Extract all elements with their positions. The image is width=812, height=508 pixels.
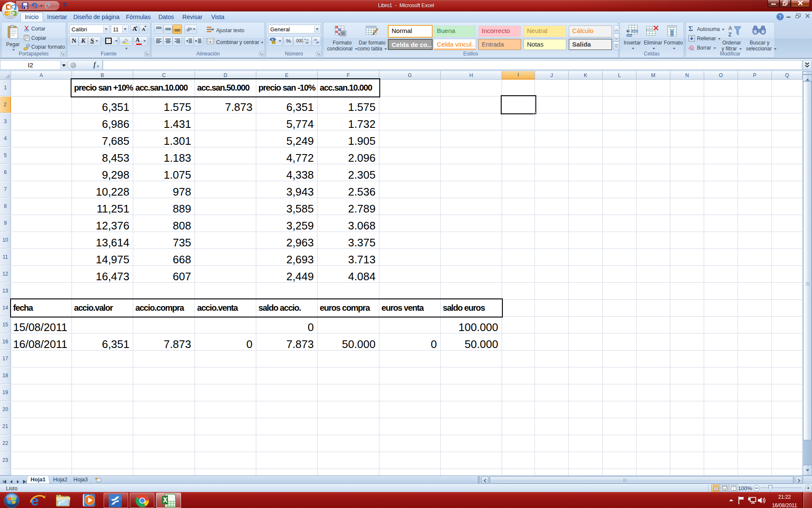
svg-text:?: ? [779,14,782,19]
svg-text:e: e [31,493,39,508]
svg-text:.0: .0 [306,39,309,41]
svg-text:Z: Z [728,31,732,38]
svg-text:ab: ab [186,26,192,32]
svg-text:a: a [209,40,211,44]
svg-text:A: A [728,25,732,31]
svg-text:.0: .0 [315,41,318,44]
svg-text:.00: .00 [313,39,317,41]
svg-text:$: $ [272,38,273,41]
svg-text:.00: .00 [305,41,309,44]
